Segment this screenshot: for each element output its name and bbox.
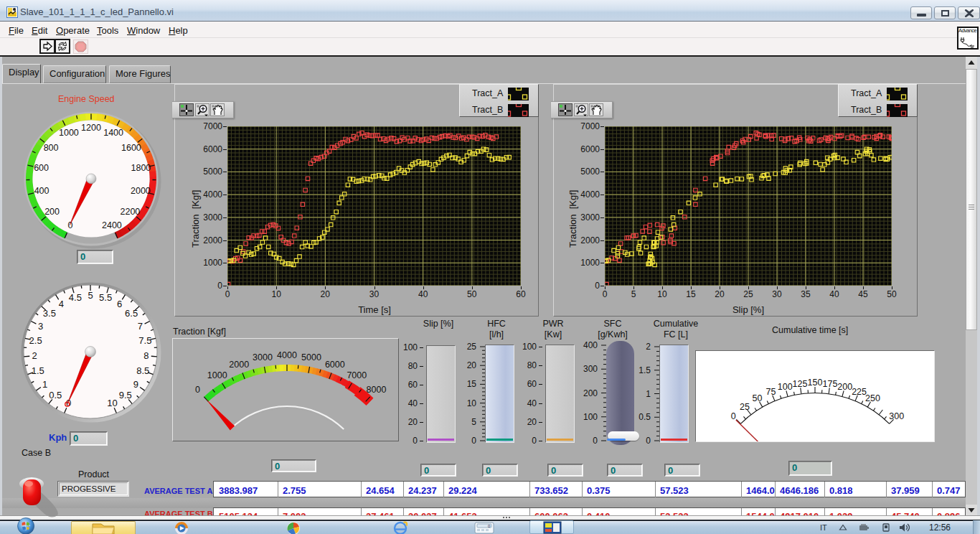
svg-text:200: 200 [44, 207, 60, 217]
svg-text:3: 3 [38, 321, 43, 332]
svg-text:75: 75 [765, 387, 776, 397]
svg-text:8.5: 8.5 [136, 365, 149, 376]
svg-text:0: 0 [195, 385, 200, 395]
svg-text:6.5: 6.5 [125, 308, 138, 319]
svg-text:1400: 1400 [103, 128, 123, 138]
svg-text:200: 200 [837, 382, 852, 392]
svg-text:3000: 3000 [253, 352, 273, 362]
svg-text:150: 150 [808, 378, 823, 388]
svg-text:1200: 1200 [81, 123, 101, 133]
svg-text:0: 0 [66, 398, 71, 408]
svg-text:1800: 1800 [131, 163, 151, 173]
svg-text:7: 7 [138, 321, 143, 332]
svg-text:1.5: 1.5 [32, 365, 44, 376]
svg-text:2.5: 2.5 [29, 335, 42, 346]
svg-text:4: 4 [59, 299, 64, 309]
svg-text:6: 6 [117, 299, 122, 309]
svg-text:9: 9 [133, 379, 138, 390]
svg-text:0.5: 0.5 [49, 390, 62, 400]
svg-text:1600: 1600 [121, 143, 141, 153]
svg-text:800: 800 [44, 143, 59, 153]
svg-text:5000: 5000 [301, 352, 321, 362]
svg-text:5.5: 5.5 [99, 292, 112, 303]
svg-text:0: 0 [731, 411, 736, 421]
svg-text:25: 25 [740, 402, 750, 412]
svg-text:3.5: 3.5 [43, 308, 56, 319]
svg-text:10: 10 [107, 398, 117, 408]
svg-text:600: 600 [34, 163, 49, 173]
svg-text:7000: 7000 [347, 370, 367, 380]
svg-text:400: 400 [34, 186, 50, 196]
svg-text:100: 100 [778, 382, 793, 392]
svg-text:2000: 2000 [131, 186, 151, 196]
svg-text:2200: 2200 [120, 207, 140, 217]
svg-text:4.5: 4.5 [69, 292, 82, 303]
svg-text:7.5: 7.5 [138, 335, 151, 346]
svg-text:2000: 2000 [229, 360, 249, 370]
svg-text:225: 225 [852, 387, 867, 397]
svg-text:9.5: 9.5 [119, 390, 132, 400]
svg-text:8: 8 [143, 350, 149, 361]
svg-text:4000: 4000 [277, 350, 297, 360]
svg-text:6000: 6000 [325, 360, 345, 370]
svg-text:1: 1 [42, 379, 47, 390]
svg-text:175: 175 [823, 379, 838, 389]
svg-text:300: 300 [889, 411, 904, 421]
svg-text:5: 5 [88, 290, 93, 301]
svg-text:2: 2 [32, 350, 37, 361]
svg-text:1000: 1000 [207, 370, 227, 380]
svg-text:2400: 2400 [102, 220, 122, 230]
svg-text:8000: 8000 [367, 385, 387, 395]
svg-text:0: 0 [68, 220, 73, 230]
svg-text:1000: 1000 [59, 128, 79, 138]
svg-text:250: 250 [865, 393, 880, 403]
svg-text:50: 50 [753, 393, 763, 403]
svg-text:125: 125 [793, 379, 808, 389]
